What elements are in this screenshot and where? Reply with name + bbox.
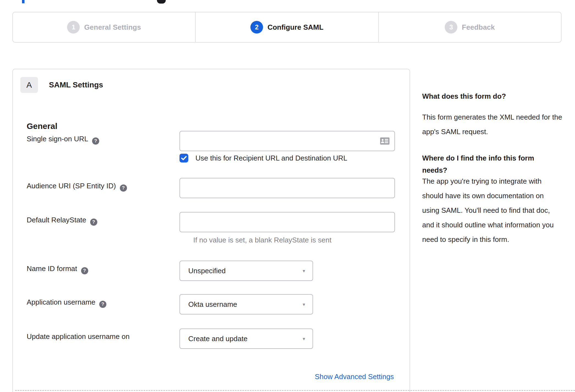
help-icon[interactable]: ? [120, 184, 127, 192]
cropped-blue-artifact [22, 0, 24, 3]
application-username-select[interactable]: Okta username ▼ [179, 294, 313, 314]
saml-settings-panel: A SAML Settings General Single sign-on U… [12, 69, 410, 392]
step-label: General Settings [84, 23, 141, 32]
selected-value: Create and update [188, 335, 247, 343]
sso-url-input[interactable] [179, 131, 395, 151]
wizard-stepper: 1 General Settings 2 Configure SAML 3 Fe… [12, 12, 562, 43]
audience-uri-input[interactable] [179, 178, 395, 198]
application-username-label: Application username? [27, 298, 106, 308]
step-feedback[interactable]: 3 Feedback [378, 12, 561, 42]
relay-state-row: Default RelayState? [13, 212, 410, 232]
step-configure-saml[interactable]: 2 Configure SAML [195, 12, 378, 42]
panel-title: SAML Settings [49, 81, 103, 89]
chevron-down-icon: ▼ [302, 302, 306, 307]
name-id-format-control: Unspecified ▼ [179, 261, 313, 281]
dashed-separator [15, 390, 575, 391]
step-number-badge: 3 [445, 21, 457, 34]
application-username-control: Okta username ▼ [179, 294, 313, 314]
recipient-url-checkbox[interactable] [179, 154, 188, 162]
help-icon[interactable]: ? [99, 301, 106, 308]
audience-uri-row: Audience URI (SP Entity ID)? [13, 178, 410, 198]
sso-url-control [179, 131, 395, 151]
recipient-url-checkbox-label[interactable]: Use this for Recipient URL and Destinati… [195, 154, 347, 162]
chevron-down-icon: ▼ [302, 269, 306, 273]
name-id-format-label: Name ID format? [27, 264, 88, 274]
show-advanced-settings-link[interactable]: Show Advanced Settings [315, 372, 394, 381]
relay-state-label: Default RelayState? [27, 216, 97, 226]
recipient-url-checkbox-row: Use this for Recipient URL and Destinati… [179, 154, 347, 162]
help-icon[interactable]: ? [81, 267, 88, 274]
help-icon[interactable]: ? [92, 137, 99, 145]
relay-state-hint: If no value is set, a blank RelayState i… [193, 236, 331, 244]
selected-value: Okta username [188, 300, 237, 309]
relay-state-control [179, 212, 395, 232]
sidebar-heading-where: Where do I find the info this form needs… [422, 152, 560, 176]
step-label: Configure SAML [267, 23, 324, 32]
sso-url-label: Single sign-on URL? [27, 135, 99, 145]
update-username-control: Create and update ▼ [179, 328, 313, 349]
relay-state-input[interactable] [179, 212, 395, 232]
name-id-format-select[interactable]: Unspecified ▼ [179, 261, 313, 281]
step-number-badge: 1 [67, 21, 80, 34]
step-number-badge: 2 [250, 21, 263, 34]
step-label: Feedback [462, 23, 495, 32]
update-username-label: Update application username on [27, 332, 129, 341]
general-section-title: General [27, 122, 57, 131]
audience-uri-label: Audience URI (SP Entity ID)? [27, 182, 127, 192]
update-username-select[interactable]: Create and update ▼ [179, 328, 313, 349]
contact-card-icon[interactable] [380, 137, 389, 145]
help-icon[interactable]: ? [90, 219, 97, 226]
section-a-badge: A [20, 77, 38, 93]
sidebar-body-where: The app you're trying to integrate with … [422, 174, 562, 247]
sso-url-row: Single sign-on URL? [13, 131, 410, 151]
checkmark-icon [181, 156, 187, 160]
selected-value: Unspecified [188, 267, 226, 275]
sidebar-heading-what: What does this form do? [422, 90, 560, 102]
panel-header: A SAML Settings [20, 77, 103, 93]
step-general-settings[interactable]: 1 General Settings [13, 12, 195, 42]
chevron-down-icon: ▼ [302, 336, 306, 341]
audience-uri-control [179, 178, 395, 198]
cropped-dark-artifact [157, 0, 166, 4]
sidebar-body-what: This form generates the XML needed for t… [422, 110, 562, 139]
